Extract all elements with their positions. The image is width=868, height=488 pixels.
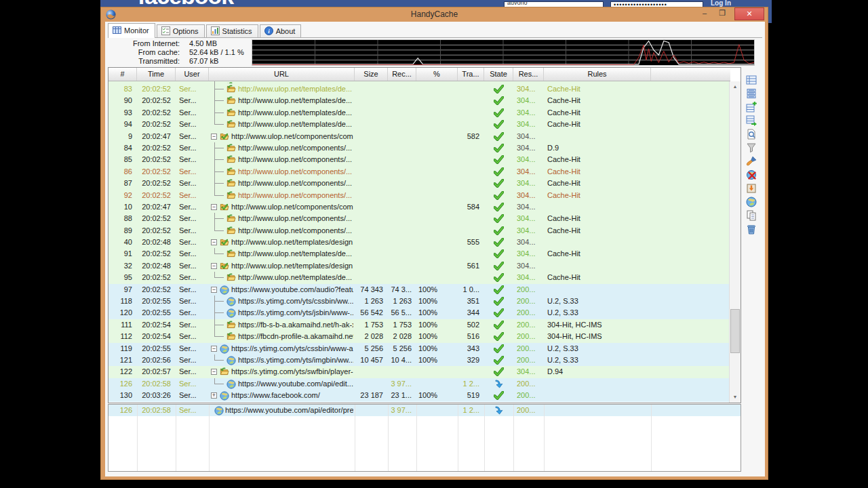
column-header-rules[interactable]: Rules [544,68,651,81]
panel-gridline [544,405,545,471]
row-number: 93 [108,107,137,119]
delete-icon[interactable] [746,224,757,235]
facebook-password-field[interactable]: ••••••••••••••••••• [610,1,703,7]
table-row[interactable]: 9720:02:52Ser...−https://www.youtube.com… [108,284,730,296]
row-state [484,284,513,296]
block-url-icon[interactable] [746,169,757,180]
table-row[interactable]: 11820:02:55Ser...https://s.ytimg.com/yts… [108,296,730,307]
row-url-text: http://www.ulop.net/components/... [238,213,353,224]
row-received [388,83,416,95]
tab-statistics[interactable]: Statistics [206,24,258,37]
table-row[interactable]: 8320:02:52Ser...http://www.ulop.net/temp… [108,83,730,95]
preview-icon[interactable] [746,129,757,140]
row-percent [416,405,458,416]
collapse-tree-icon[interactable] [746,88,757,99]
table-row[interactable]: 9020:02:52Ser...http://www.ulop.net/temp… [108,95,730,106]
table-row[interactable]: 9220:02:52Ser...http://www.ulop.net/comp… [108,190,730,201]
column-header-res[interactable]: Res... [513,68,544,81]
collapse-box-icon[interactable]: − [211,204,217,210]
save-page-icon[interactable] [746,183,757,194]
row-user: Ser... [176,354,209,366]
tab-about[interactable]: iAbout [260,24,302,37]
vertical-scrollbar[interactable]: ▲ ▼ [729,81,741,403]
panel-gridline [513,405,514,471]
table-row[interactable]: 1020:02:47Ser...−http://www.ulop.net/com… [108,201,730,213]
globe-icon [214,406,224,416]
row-result: 200... [513,390,544,401]
connections-list-icon[interactable] [746,75,757,85]
collapse-box-icon[interactable]: − [211,134,217,140]
open-in-browser-icon[interactable] [746,197,757,207]
column-header-tra[interactable]: Tra... [458,68,484,81]
collapse-box-icon[interactable]: − [211,369,217,375]
table-row[interactable]: 8620:02:52Ser...http://www.ulop.net/comp… [108,166,730,178]
row-time: 20:02:48 [137,237,176,248]
row-number: 121 [108,354,137,366]
row-rules: Cache-Hit [544,119,651,130]
column-header-[interactable]: % [416,68,458,81]
add-rule-icon[interactable] [746,102,757,113]
table-row[interactable]: 12620:02:58Ser...https://www.youtube.com… [108,405,741,416]
table-row[interactable]: 13020:03:26Ser...+https://www.facebook.c… [108,390,730,401]
copy-url-icon[interactable] [746,210,757,221]
row-time: 20:02:47 [137,201,176,213]
collapse-box-icon[interactable]: − [211,263,217,269]
minimize-button[interactable]: – [703,9,707,17]
column-header-user[interactable]: User [176,68,209,81]
table-row[interactable]: 8420:02:52Ser...http://www.ulop.net/comp… [108,142,730,154]
close-button[interactable]: ✕ [734,7,764,20]
table-row[interactable]: 11120:02:54Ser...https://fb-s-b-a.akamai… [108,319,730,331]
table-row[interactable]: 9420:02:52Ser...http://www.ulop.net/temp… [108,119,730,130]
column-header-state[interactable]: State [484,68,513,81]
scroll-thumb[interactable] [730,309,740,353]
filter-icon[interactable] [746,142,757,153]
title-bar[interactable]: HandyCache – ❒ ✕ [101,7,768,22]
table-row[interactable]: 8520:02:52Ser...http://www.ulop.net/comp… [108,154,730,165]
globe-icon [220,344,229,354]
table-row[interactable]: 12620:02:58Ser...https://www.youtube.com… [108,378,730,390]
row-percent [416,225,458,237]
table-row[interactable]: 11220:02:54Ser...https://fbcdn-profile-a… [108,331,730,342]
row-result: 304... [513,260,544,272]
row-percent: 100% [416,296,458,307]
tab-options[interactable]: Options [157,24,205,37]
column-header-size[interactable]: Size [355,68,388,81]
table-row[interactable]: 12120:02:56Ser...https://s.ytimg.com/yts… [108,354,730,366]
collapse-box-icon[interactable]: − [211,287,217,293]
row-time: 20:02:52 [137,95,176,106]
table-row[interactable]: 9520:02:52Ser...http://www.ulop.net/temp… [108,272,730,283]
column-header-time[interactable]: Time [137,68,176,81]
table-row[interactable]: 3220:02:48Ser...−http://www.ulop.net/tem… [108,260,730,272]
facebook-login-button[interactable]: Log In [711,0,731,7]
column-header-[interactable]: # [108,68,137,81]
row-state [484,405,513,416]
table-row[interactable]: 8720:02:52Ser...http://www.ulop.net/comp… [108,178,730,189]
maximize-button[interactable]: ❒ [719,9,726,18]
table-row[interactable]: 4020:02:48Ser...−http://www.ulop.net/tem… [108,237,730,248]
facebook-email-field[interactable]: auvorio [504,1,604,7]
scroll-down-button[interactable]: ▼ [730,392,741,403]
scroll-up-button[interactable]: ▲ [730,81,741,92]
tree-line [214,230,224,231]
column-header-rec[interactable]: Rec... [388,68,416,81]
table-row[interactable]: 8920:02:52Ser...http://www.ulop.net/comp… [108,225,730,237]
table-row[interactable]: 9120:02:52Ser...http://www.ulop.net/temp… [108,248,730,260]
row-received [388,95,416,106]
column-header-url[interactable]: URL [209,68,355,81]
collapse-box-icon[interactable]: − [211,346,217,352]
tab-monitor[interactable]: Monitor [108,23,155,38]
clear-icon[interactable] [746,156,757,167]
append-rule-icon[interactable] [746,115,757,126]
table-row[interactable]: 12220:02:57Ser...−https://s.ytimg.com/yt… [108,366,730,378]
table-row[interactable]: 8820:02:52Ser...http://www.ulop.net/comp… [108,213,730,224]
row-time: 20:02:52 [137,272,176,283]
folder-arrow-icon [226,321,236,331]
download-state-icon [494,408,504,416]
table-row[interactable]: 11920:02:55Ser...−https://s.ytimg.com/yt… [108,343,730,354]
row-user: Ser... [176,237,209,248]
expand-box-icon[interactable]: + [211,392,217,399]
collapse-box-icon[interactable]: − [211,239,217,245]
table-row[interactable]: 920:02:47Ser...−http://www.ulop.net/comp… [108,131,730,142]
table-row[interactable]: 12020:02:55Ser...https://s.ytimg.com/yts… [108,307,730,319]
table-row[interactable]: 9320:02:52Ser...http://www.ulop.net/temp… [108,107,730,119]
